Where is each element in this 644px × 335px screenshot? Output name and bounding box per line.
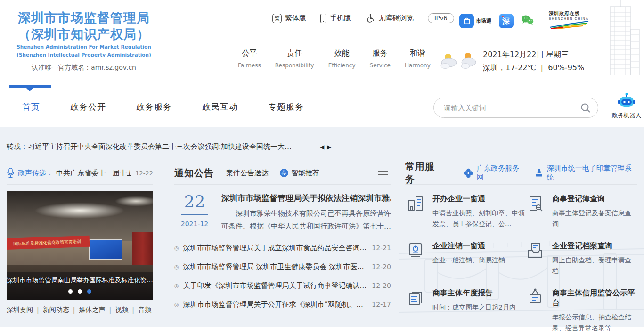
robot-icon — [617, 92, 636, 109]
voice-broadcast-title[interactable]: 中共广东省委十二届十五... — [56, 169, 131, 178]
case-announcement-link[interactable]: 案件公告送达 — [226, 169, 269, 178]
motto-efficiency: 效能Efficiency — [328, 49, 356, 69]
service-annual-report[interactable]: 商事主体年度报告 时间：成立周年之日起2月内 — [405, 287, 525, 334]
smart-recommend-link[interactable]: 荐 智能推荐 — [280, 169, 319, 178]
logo-title-cn: 深圳市市场监督管理局 — [13, 9, 155, 26]
kapok-flower-icon — [464, 168, 473, 178]
featured-notice-summary: 深圳市雅荣生物技术有限公司已不再具备原经营许可条件。根据《中华人民共和国行政许可… — [221, 207, 391, 233]
carousel-caption-bar: 深圳市市场监管局南山局举办国际标准及标准化资… — [7, 272, 153, 300]
link-news-updates[interactable]: 新闻动态 — [43, 306, 69, 314]
notice-column: 通知公告 案件公告送达 荐 智能推荐 22 2021-12 深圳市市场监督管理局… — [174, 166, 391, 314]
mobile-version-label: 手机版 — [330, 14, 351, 23]
site-logo[interactable]: 深圳市市场监督管理局 （深圳市知识产权局） Shenzhen Administr… — [13, 9, 155, 72]
photo-carousel[interactable]: 国际标准及标准化营商政策宣贯培训 深圳市市场监管局南山局举办国际标准及标准化资… — [7, 191, 153, 300]
enterprise-building-icon — [405, 193, 426, 214]
ticker-headline[interactable]: 转载：习近平主持召开中央全面深化改革委员会第二十三次会议强调:加快建设全国统一大… — [7, 142, 292, 151]
mobile-version-link[interactable]: 手机版 — [320, 14, 351, 23]
search-icon[interactable] — [580, 102, 591, 114]
motto-service: 服务Service — [370, 49, 391, 69]
ipv6-badge[interactable]: IPv6 — [428, 13, 454, 23]
traditional-chinese-icon: 繁 — [272, 14, 282, 23]
service-open-business[interactable]: 开办企业一窗通 申请营业执照、刻制印章、申领发票、员工参保登记、公... — [405, 193, 525, 229]
notice-list-item[interactable]: ◎ 深圳市市场监督管理局关于成立深圳市食品药品安全咨询... 12-21 — [174, 238, 391, 257]
seal-stamp-icon — [535, 169, 544, 178]
power-terminal-icon — [405, 240, 426, 261]
featured-month: 2021-12 — [174, 220, 215, 228]
motto-values: 公平Fairness 责任Responsibility 效能Efficiency… — [238, 49, 431, 69]
shenzhen-china-logo[interactable]: 深圳政府在线 SHENZHEN CHINA — [549, 10, 589, 31]
bullet-icon: ◎ — [174, 245, 179, 251]
i-shenzhen-app-icon[interactable]: 深 — [499, 14, 514, 28]
services-header: 常用服务 广东政务服务网 — [405, 166, 637, 180]
market-app-label: 市场通 — [476, 17, 491, 25]
search-input[interactable] — [444, 104, 580, 112]
notice-list-item[interactable]: ◎ 关于印发《深圳市市场监督管理局关于试行商事登记确认... 12-20 — [174, 276, 391, 295]
voice-broadcast-row: 政声传递： 中共广东省委十二届十五... 12-22 — [7, 166, 153, 180]
services-column: 常用服务 广东政务服务网 — [405, 166, 637, 334]
notice-more-icon[interactable] — [378, 171, 388, 175]
gov-robot-button[interactable]: 政务机器人 — [611, 92, 643, 120]
carousel-dot-2[interactable] — [78, 289, 82, 294]
logo-subtitle-en2: (Shenzhen Intellectual Property Administ… — [13, 52, 155, 58]
bullet-icon: ◎ — [174, 283, 179, 289]
services-title[interactable]: 常用服务 — [405, 160, 444, 186]
motto-fairness: 公平Fairness — [238, 49, 261, 69]
service-archive-inquiry[interactable]: 企业登记档案查询 网上自助查档、受理申请查档 — [525, 240, 637, 277]
traditional-chinese-label: 繁体版 — [285, 14, 306, 23]
weather-icons — [440, 50, 478, 72]
notice-list-item[interactable]: ◎ 深圳市市场监督管理局 深圳市卫生健康委员会 深圳市医... 12-20 — [174, 257, 391, 276]
service-credit-platform[interactable]: 商事主体信用监管公示平台 年报公示信息、抽查检查结果、经营异常名录等 — [525, 287, 637, 334]
e-seal-system-link[interactable]: 深圳市统一电子印章管理系统 — [535, 164, 637, 182]
header-quick-links: 繁 繁体版 手机版 无障碍浏览 IPv6 — [272, 13, 454, 23]
left-divider — [7, 184, 153, 185]
link-audio[interactable]: 音频 — [138, 306, 151, 314]
featured-date-block: 22 2021-12 — [174, 193, 215, 233]
shenzhen-china-logo-cn: 深圳政府在线 — [549, 10, 589, 17]
recommend-badge-icon: 荐 — [280, 169, 288, 177]
featured-notice: 22 2021-12 深圳市市场监督管理局关于拟依法注销深圳市雅… 深圳市雅荣生… — [174, 193, 391, 233]
carousel-photo-screen — [89, 239, 122, 260]
archive-box-icon — [525, 240, 546, 261]
wechat-icon[interactable] — [521, 15, 534, 27]
motto-harmony: 和谐Harmony — [405, 49, 431, 69]
shenzhen-china-swoosh-icon — [549, 21, 589, 29]
notice-list-item[interactable]: ◎ 深圳市市场监督管理局关于公开征求《深圳市“双随机、... 12-17 — [174, 295, 391, 314]
carousel-dot-1[interactable] — [68, 289, 73, 294]
carousel-caption[interactable]: 深圳市市场监管局南山局举办国际标准及标准化资… — [7, 276, 153, 285]
service-registration-inquiry[interactable]: 商事登记簿查询 商事主体登记及备案信息查询 — [525, 193, 637, 229]
traditional-chinese-link[interactable]: 繁 繁体版 — [272, 14, 306, 23]
service-deregistration[interactable]: 企业注销一窗通 企业一般注销、简易注销 — [405, 240, 525, 277]
link-shenzhen-news[interactable]: 深圳要闻 — [7, 306, 33, 314]
accessibility-label: 无障碍浏览 — [378, 14, 414, 23]
link-media-voice[interactable]: 媒体之声 — [79, 306, 105, 314]
main-content: 转载：习近平主持召开中央全面深化改革委员会第二十三次会议强调:加快建设全国统一大… — [0, 127, 644, 331]
nav-item-interaction[interactable]: 政民互动 — [202, 101, 238, 113]
logo-title-cn2: （深圳市知识产权局） — [13, 26, 155, 42]
mobile-icon — [320, 14, 326, 23]
bullet-icon: ◎ — [174, 264, 179, 270]
smart-recommend-label: 智能推荐 — [291, 169, 319, 178]
notice-header: 通知公告 案件公告送达 荐 智能推荐 — [174, 166, 391, 180]
building-sketch-image — [598, 0, 643, 77]
annual-report-icon — [405, 287, 426, 308]
market-app-link[interactable]: 市场通 — [459, 14, 491, 28]
services-grid: 开办企业一窗通 申请营业执照、刻制印章、申领发票、员工参保登记、公... 商事登… — [405, 193, 637, 334]
accessibility-link[interactable]: 无障碍浏览 — [365, 13, 414, 23]
nav-item-home[interactable]: 首页 — [22, 101, 40, 113]
site-header: 深圳市市场监督管理局 （深圳市知识产权局） Shenzhen Administr… — [0, 0, 644, 85]
nav-item-gov-services[interactable]: 政务服务 — [136, 101, 172, 113]
nav-item-gov-affairs[interactable]: 政务公开 — [70, 101, 106, 113]
guangdong-gov-service-link[interactable]: 广东政务服务网 — [464, 164, 525, 182]
page-root: 深圳市市场监督管理局 （深圳市知识产权局） Shenzhen Administr… — [0, 0, 644, 335]
notice-title[interactable]: 通知公告 — [174, 167, 214, 180]
ticker-next-button[interactable]: ▶ — [327, 144, 331, 150]
link-video[interactable]: 视频 — [115, 306, 128, 314]
weather-date: 2021年12月22日 星期三 — [483, 48, 584, 61]
featured-notice-title[interactable]: 深圳市市场监督管理局关于拟依法注销深圳市雅… — [221, 193, 391, 204]
voice-broadcast-label: 政声传递： — [18, 169, 53, 178]
nav-item-special-services[interactable]: 专题服务 — [268, 101, 304, 113]
active-tab-indicator — [9, 85, 51, 88]
carousel-dot-3[interactable] — [87, 289, 91, 294]
ticker-prev-button[interactable]: ◀ — [320, 144, 324, 150]
guangdong-gov-service-label: 广东政务服务网 — [477, 164, 525, 182]
